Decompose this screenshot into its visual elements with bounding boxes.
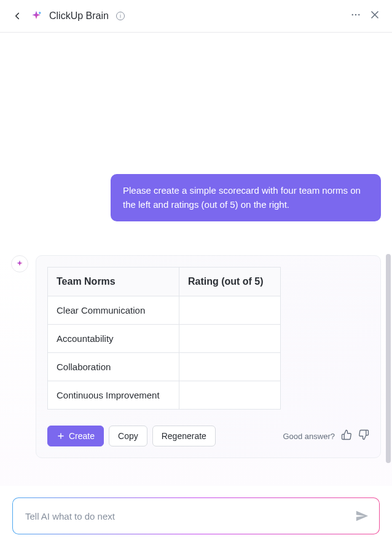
scorecard-table: Team Norms Rating (out of 5) Clear Commu… — [47, 267, 281, 410]
thumbs-up-icon[interactable] — [341, 429, 352, 443]
svg-point-0 — [352, 14, 353, 15]
send-button[interactable] — [352, 506, 372, 526]
table-row: Clear Communication — [48, 296, 281, 325]
svg-point-1 — [355, 14, 356, 15]
action-bar: Create Copy Regenerate Good answer? — [47, 426, 369, 446]
feedback-label: Good answer? — [283, 432, 335, 441]
table-cell-norm: Continuous Improvement — [48, 381, 179, 410]
table-cell-norm: Collaboration — [48, 353, 179, 381]
regenerate-button[interactable]: Regenerate — [152, 426, 216, 446]
prompt-input[interactable] — [25, 511, 352, 521]
table-cell-rating — [179, 296, 280, 325]
scrollbar[interactable] — [386, 254, 391, 463]
input-area — [12, 497, 380, 534]
more-options-icon[interactable] — [350, 9, 361, 23]
table-header-rating: Rating (out of 5) — [179, 268, 280, 296]
page-title: ClickUp Brain — [49, 10, 109, 22]
user-message: Please create a simple scorecard with fo… — [111, 174, 381, 221]
table-cell-rating — [179, 353, 280, 381]
thumbs-down-icon[interactable] — [358, 429, 369, 443]
table-cell-norm: Accountability — [48, 325, 179, 353]
table-row: Continuous Improvement — [48, 381, 281, 410]
table-cell-rating — [179, 325, 280, 353]
create-button[interactable]: Create — [47, 426, 104, 446]
info-icon[interactable]: i — [116, 12, 125, 20]
regenerate-label: Regenerate — [162, 431, 206, 441]
copy-label: Copy — [118, 431, 138, 441]
ai-card: Team Norms Rating (out of 5) Clear Commu… — [36, 255, 381, 458]
header: ClickUp Brain i — [0, 0, 392, 33]
brain-icon — [29, 9, 43, 23]
table-cell-rating — [179, 381, 280, 410]
table-cell-norm: Clear Communication — [48, 296, 179, 325]
close-icon[interactable] — [369, 9, 381, 23]
table-row: Collaboration — [48, 353, 281, 381]
chat-content: Please create a simple scorecard with fo… — [0, 33, 392, 486]
create-label: Create — [69, 431, 95, 441]
svg-point-2 — [358, 14, 359, 15]
back-button[interactable] — [11, 10, 23, 22]
copy-button[interactable]: Copy — [109, 426, 147, 446]
table-row: Accountability — [48, 325, 281, 353]
table-header-norms: Team Norms — [48, 268, 179, 296]
ai-avatar-icon — [11, 255, 28, 272]
ai-response: Team Norms Rating (out of 5) Clear Commu… — [11, 255, 381, 458]
